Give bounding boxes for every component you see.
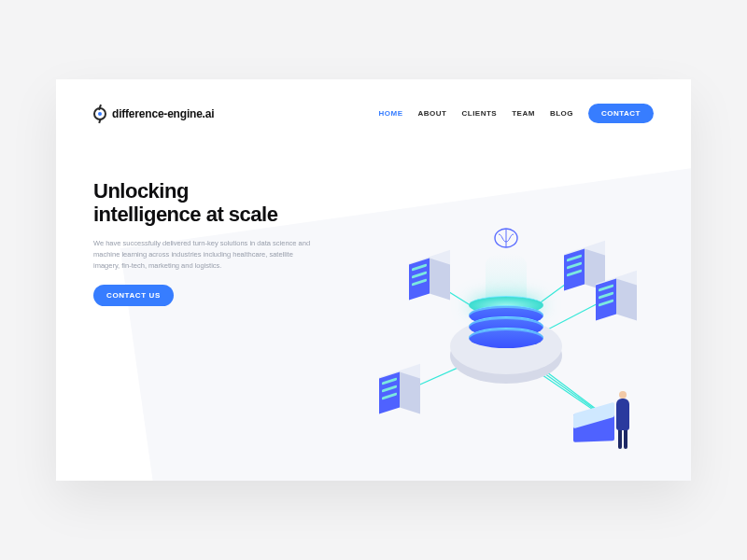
brain-icon xyxy=(487,225,525,251)
hero-title-line1: Unlocking xyxy=(93,179,189,203)
hero-title-line2: intelligence at scale xyxy=(93,203,277,226)
nav-team[interactable]: TEAM xyxy=(512,109,535,118)
server-icon xyxy=(409,257,450,301)
nav-about[interactable]: ABOUT xyxy=(418,109,447,118)
brand[interactable]: difference-engine.ai xyxy=(93,107,214,120)
header: difference-engine.ai HOME ABOUT CLIENTS … xyxy=(56,79,691,123)
hero-title: Unlocking intelligence at scale xyxy=(93,179,336,227)
server-icon xyxy=(379,371,420,415)
contact-button[interactable]: CONTACT xyxy=(588,104,654,123)
nav-home[interactable]: HOME xyxy=(379,109,403,118)
hero-cta-button[interactable]: CONTACT US xyxy=(93,285,174,306)
hero-subtitle: We have successfully delivered turn-key … xyxy=(93,238,317,272)
primary-nav: HOME ABOUT CLIENTS TEAM BLOG CONTACT xyxy=(379,104,654,123)
hero-illustration xyxy=(329,216,665,458)
brand-name: difference-engine.ai xyxy=(112,107,214,120)
nav-blog[interactable]: BLOG xyxy=(550,109,573,118)
hero: Unlocking intelligence at scale We have … xyxy=(56,123,336,306)
logo-icon xyxy=(93,107,106,120)
person-icon xyxy=(609,395,637,449)
server-icon xyxy=(596,277,637,322)
nav-clients[interactable]: CLIENTS xyxy=(461,109,497,118)
database-icon xyxy=(469,296,543,348)
landing-page: difference-engine.ai HOME ABOUT CLIENTS … xyxy=(56,79,691,481)
